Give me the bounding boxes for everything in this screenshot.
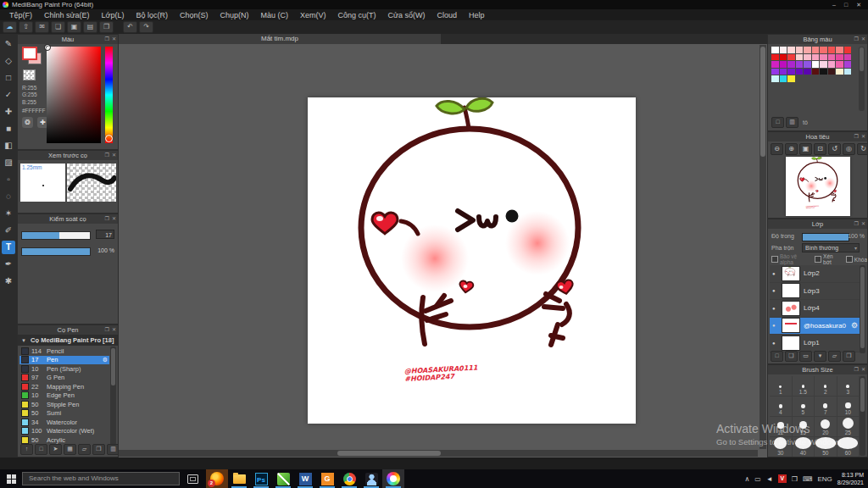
brush-item-pencil[interactable]: 114Pencil bbox=[19, 347, 109, 356]
taskbar-app-chrome[interactable] bbox=[338, 469, 360, 488]
palette-swatch-32[interactable] bbox=[787, 69, 795, 75]
monitor-icon[interactable]: ▭ bbox=[754, 475, 761, 483]
palette-swatch-22[interactable] bbox=[787, 61, 795, 68]
reset-rotation-button[interactable]: ◎ bbox=[843, 143, 855, 155]
material-icon[interactable]: ▤ bbox=[83, 21, 97, 33]
palette-swatch-42[interactable] bbox=[787, 75, 795, 82]
menu-item-cloud[interactable]: Cloud bbox=[431, 11, 464, 19]
menu-item-ch-n-s[interactable]: Chọn(S) bbox=[174, 11, 214, 19]
panel-float-icon[interactable]: ❐ bbox=[105, 151, 109, 160]
brush-list-scrollbar[interactable] bbox=[110, 347, 116, 445]
magic-wand-tool[interactable]: ✶ bbox=[2, 207, 15, 220]
eraser-tool[interactable]: ◇ bbox=[2, 54, 15, 68]
brush-group-header[interactable]: ▼ Cọ MediBang Paint Pro [18] bbox=[18, 335, 118, 346]
delete-brush-button[interactable]: ▥ bbox=[107, 444, 119, 455]
rotate-ccw-button[interactable]: ↺ bbox=[828, 143, 841, 155]
brush-image-button[interactable]: ▦ bbox=[64, 444, 76, 455]
brush-item-pen[interactable]: 17Pen⚙ bbox=[19, 356, 109, 365]
panel-float-icon[interactable]: ❐ bbox=[854, 365, 859, 374]
layer-opacity-slider[interactable] bbox=[802, 233, 849, 241]
palette-swatch-36[interactable] bbox=[820, 69, 827, 75]
saturation-value-picker[interactable] bbox=[47, 47, 101, 143]
scrollbar-thumb[interactable] bbox=[860, 378, 865, 412]
scrollbar-thumb[interactable] bbox=[760, 47, 765, 157]
move-tool[interactable]: ✚ bbox=[2, 105, 15, 119]
brush-size-option-1.5[interactable]: 1.5 bbox=[793, 376, 815, 396]
task-view-button[interactable] bbox=[187, 474, 198, 484]
control-point-tool[interactable]: ✐ bbox=[2, 224, 15, 237]
palette-swatch-5[interactable] bbox=[812, 47, 820, 53]
taskbar-search-input[interactable]: Search the web and Windows bbox=[22, 472, 180, 485]
cloud-icon[interactable]: ☁ bbox=[3, 21, 17, 33]
chat-icon[interactable]: ❏ bbox=[51, 21, 65, 33]
palette-swatch-3[interactable] bbox=[796, 47, 804, 53]
add-color-button[interactable]: □ bbox=[771, 117, 784, 128]
palette-swatch-25[interactable] bbox=[812, 61, 820, 68]
palette-swatch-41[interactable] bbox=[780, 75, 787, 82]
brush-size-option-40[interactable]: 40 bbox=[793, 437, 815, 458]
brush-pointer-button[interactable]: ➤ bbox=[49, 444, 62, 455]
panel-close-icon[interactable]: ✕ bbox=[112, 151, 116, 160]
brush-size-option-60[interactable]: 60 bbox=[837, 437, 860, 458]
palette-swatch-40[interactable] bbox=[771, 75, 779, 82]
taskbar-app-firefox[interactable]: 2 bbox=[206, 469, 228, 488]
panel-float-icon[interactable]: ❐ bbox=[854, 219, 859, 229]
palette-swatch-30[interactable] bbox=[771, 69, 779, 75]
save-icon[interactable]: ▣ bbox=[67, 21, 81, 33]
actual-size-button[interactable]: ⊡ bbox=[814, 143, 826, 155]
menu-item-help[interactable]: Help bbox=[463, 11, 491, 19]
new-window-icon[interactable]: ❐ bbox=[99, 21, 114, 33]
zoom-in-button[interactable]: ⊕ bbox=[785, 143, 798, 155]
color-wheel-button[interactable]: ❂ bbox=[22, 117, 33, 128]
palette-swatch-29[interactable] bbox=[844, 61, 852, 68]
select-area-tool[interactable]: ▫ bbox=[2, 173, 15, 186]
brush-size-option-1[interactable]: 1 bbox=[770, 376, 793, 396]
palette-swatch-7[interactable] bbox=[828, 47, 836, 53]
palette-swatch-35[interactable] bbox=[812, 69, 820, 75]
layer-row-l-p2[interactable]: ●Lớp2 bbox=[770, 265, 860, 283]
palette-swatch-12[interactable] bbox=[787, 54, 795, 61]
menu-item-ch-nh-s-a-e[interactable]: Chỉnh sửa(E) bbox=[38, 11, 96, 19]
palette-swatch-11[interactable] bbox=[780, 54, 787, 61]
layer-list-scrollbar[interactable] bbox=[860, 265, 865, 353]
duplicate-brush-button[interactable]: ❐ bbox=[92, 444, 105, 455]
brush-size-option-50[interactable]: 50 bbox=[815, 437, 837, 458]
layer-visibility-toggle[interactable]: ● bbox=[772, 288, 778, 293]
volume-icon[interactable]: ◄ bbox=[766, 475, 773, 483]
navigator-thumbnail[interactable] bbox=[786, 157, 850, 216]
rotate-cw-button[interactable]: ↻ bbox=[857, 143, 868, 155]
taskbar-app-word[interactable]: W bbox=[294, 469, 316, 488]
panel-close-icon[interactable]: ✕ bbox=[112, 325, 116, 335]
layer-option-kh-a[interactable]: Khóa bbox=[846, 256, 867, 263]
hue-slider-marker[interactable] bbox=[105, 135, 113, 142]
layer-visibility-toggle[interactable]: ● bbox=[772, 341, 778, 346]
brush-item-watercolor-wet[interactable]: 100Watercolor (Wet) bbox=[19, 427, 109, 436]
language-indicator[interactable]: ENG bbox=[818, 475, 832, 483]
layer-folder-button[interactable]: ▱ bbox=[828, 351, 841, 362]
panel-close-icon[interactable]: ✕ bbox=[861, 219, 865, 229]
fit-screen-button[interactable]: ▣ bbox=[799, 143, 812, 155]
brush-size-option-20[interactable]: 20 bbox=[815, 417, 837, 437]
maximize-button[interactable]: □ bbox=[844, 2, 848, 8]
brush-size-scrollbar[interactable] bbox=[860, 376, 865, 456]
document-tab[interactable]: Mắt tim.mdp bbox=[119, 34, 441, 44]
brush-size-option-30[interactable]: 30 bbox=[770, 437, 793, 458]
fill-rect-tool[interactable]: ■ bbox=[2, 122, 15, 136]
text-tool[interactable]: T bbox=[2, 241, 15, 254]
palette-swatch-33[interactable] bbox=[796, 69, 804, 75]
brush-item-mapping-pen[interactable]: 22Mapping Pen bbox=[19, 382, 109, 391]
scrollbar-thumb[interactable] bbox=[337, 451, 441, 456]
duplicate-layer-button[interactable]: ❏ bbox=[785, 351, 798, 362]
brush-width-value[interactable]: 17 bbox=[96, 230, 114, 239]
panel-close-icon[interactable]: ✕ bbox=[861, 365, 865, 374]
menu-item-m-u-c[interactable]: Màu (C) bbox=[255, 11, 295, 19]
canvas[interactable] bbox=[308, 97, 636, 424]
palette-swatch-23[interactable] bbox=[796, 61, 804, 68]
brush-item-sumi[interactable]: 50Sumi bbox=[19, 409, 109, 419]
gradient-tool[interactable]: ▨ bbox=[2, 156, 15, 169]
palette-swatch-14[interactable] bbox=[804, 54, 811, 61]
palette-swatch-39[interactable] bbox=[844, 69, 852, 75]
brush-item-pen-sharp[interactable]: 10Pen (Sharp) bbox=[19, 364, 109, 374]
comment-icon[interactable]: ✉ bbox=[35, 21, 49, 33]
brush-item-edge-pen[interactable]: 10Edge Pen bbox=[19, 391, 109, 401]
